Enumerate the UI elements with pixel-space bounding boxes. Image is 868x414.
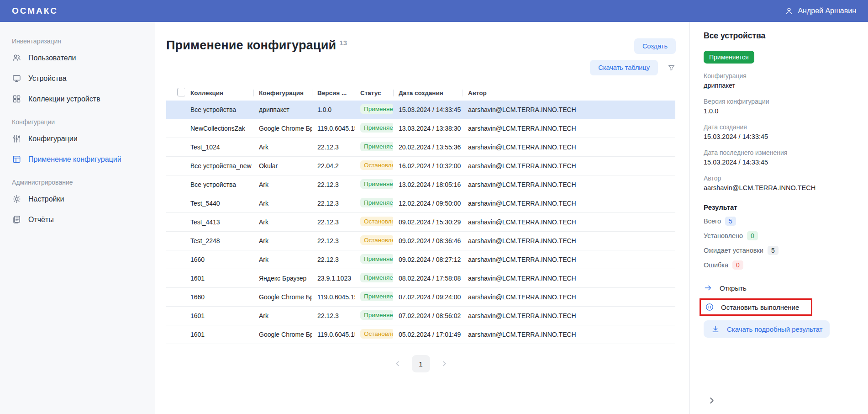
row-created: 07.02.2024 / 09:24:00 [393,293,463,301]
row-version: 119.0.6045.15 [312,293,355,301]
app-logo: ОСМАКС [12,6,58,16]
status-badge: Остановлено [360,329,393,339]
user-icon [784,6,794,16]
row-status-cell: Применяется [355,292,393,303]
arrow-right-icon [704,283,713,292]
field-value: aarshavin@LCM.TERRA.INNO.TECH [704,184,855,191]
row-version: 22.04.2 [312,162,355,170]
table-row[interactable]: Test_4413Ark22.12.3Остановлено09.02.2024… [166,213,675,232]
result-list: Всего5Установлено0Ожидает установки5Ошиб… [704,217,855,270]
row-status-cell: Применяется [355,310,393,322]
table-row[interactable]: 1601Яндекс Браузер23.9.1.1023Применяется… [166,269,675,288]
row-status-cell: Применяется [355,104,393,116]
row-status-cell: Применяется [355,198,393,209]
result-label: Всего [704,218,721,225]
table-row[interactable]: 1660Google Chrome Браузер119.0.6045.15Пр… [166,288,675,307]
row-configuration: Google Chrome Браузер [253,293,312,301]
details-field: Версия конфигурации1.0.0 [704,98,855,115]
field-value: дриппакет [704,82,855,89]
row-created: 16.02.2024 / 10:32:00 [393,162,463,170]
sidebar: ИнвентаризацияПользователиУстройстваКолл… [0,22,155,414]
download-table-button[interactable]: Скачать таблицу [590,60,658,75]
table-row[interactable]: Test_1024Ark22.12.3Применяется20.02.2024… [166,138,675,157]
row-status-cell: Применяется [355,254,393,265]
table-row[interactable]: 1601Google Chrome Браузер119.0.6045.15Ос… [166,325,675,344]
table-row[interactable]: 1601Ark22.12.3Применяется07.02.2024 / 08… [166,307,675,325]
page-title: Применение конфигураций13 [166,38,347,53]
result-value-chip: 0 [747,231,758,240]
grid-icon [12,94,21,104]
table-body: Все устройствадриппакет1.0.0Применяется1… [166,101,675,344]
users-icon [12,53,21,63]
row-configuration: Яндекс Браузер [253,275,312,282]
status-badge: Применяется [360,273,393,283]
table-row[interactable]: Test_2248Ark22.12.3Остановлено09.02.2024… [166,232,675,250]
status-badge: Применяется [360,254,393,264]
sidebar-section-label: Администрирование [0,179,155,186]
row-author: aarshavin@LCM.TERRA.INNO.TECH [463,293,593,301]
next-page-icon[interactable] [440,360,448,368]
row-author: aarshavin@LCM.TERRA.INNO.TECH [463,312,593,319]
result-item: Всего5 [704,217,855,226]
sidebar-item-config-apply[interactable]: Применение конфигураций [0,149,155,170]
status-badge: Остановлено [360,235,393,245]
table-row[interactable]: Test_5440Ark22.12.3Применяется12.02.2024… [166,194,675,213]
sidebar-item-label: Коллекции устройств [28,95,100,103]
sidebar-item-device-collections[interactable]: Коллекции устройств [0,89,155,109]
collapse-panel-icon[interactable] [707,396,716,405]
sidebar-item-settings[interactable]: Настройки [0,189,155,209]
select-all-checkbox[interactable] [177,88,185,96]
row-collection: Все устройства_new [185,162,253,170]
row-version: 22.12.3 [312,237,355,244]
column-header-version[interactable]: Версия ... [312,90,355,96]
prev-page-icon[interactable] [394,360,402,368]
row-author: aarshavin@LCM.TERRA.INNO.TECH [463,106,593,113]
filter-icon[interactable] [667,64,676,72]
details-field: Авторaarshavin@LCM.TERRA.INNO.TECH [704,175,855,191]
status-badge: Применяется [704,51,754,64]
sidebar-item-reports[interactable]: Отчёты [0,209,155,230]
table-row[interactable]: 1660Ark22.12.3Применяется09.02.2024 / 08… [166,250,675,269]
row-created: 09.02.2024 / 08:36:46 [393,237,463,244]
row-collection: Все устройства [185,181,253,188]
create-button[interactable]: Создать [634,38,676,54]
row-configuration: Ark [253,256,312,263]
column-header-collection[interactable]: Коллекция [185,90,253,96]
table-row[interactable]: NewCollectionsZakGoogle Chrome Браузер11… [166,119,675,138]
sidebar-item-devices[interactable]: Устройства [0,68,155,89]
row-configuration: Ark [253,218,312,226]
row-collection: 1601 [185,331,253,338]
row-author: aarshavin@LCM.TERRA.INNO.TECH [463,143,593,151]
row-version: 22.12.3 [312,181,355,188]
column-header-created[interactable]: Дата создания [393,90,463,96]
action-open[interactable]: Открыть [704,283,747,292]
sliders-icon [12,134,21,143]
action-download-detailed-result[interactable]: Скачать подробный результат [704,320,830,338]
sidebar-item-label: Устройства [28,74,67,83]
field-label: Дата последнего изменения [704,149,855,156]
action-stop-execution[interactable]: Остановить выполнение [700,298,812,316]
sidebar-item-users[interactable]: Пользователи [0,48,155,68]
page-number[interactable]: 1 [412,355,430,372]
column-header-configuration[interactable]: Конфигурация [253,90,312,96]
table-row[interactable]: Все устройствадриппакет1.0.0Применяется1… [166,101,675,119]
row-collection: Test_4413 [185,218,253,226]
result-item: Ожидает установки5 [704,246,855,255]
table-row[interactable]: Все устройства_newOkular22.04.2Остановле… [166,157,675,175]
column-header-status[interactable]: Статус [355,90,393,96]
layout-icon [12,154,21,164]
column-header-author[interactable]: Автор [463,90,593,96]
table-row[interactable]: Все устройстваArk22.12.3Применяется13.02… [166,175,675,194]
user-menu[interactable]: Андрей Аршавин [784,6,856,16]
row-status-cell: Остановлено [355,329,393,340]
status-badge: Применяется [360,104,393,114]
sidebar-item-configurations[interactable]: Конфигурации [0,128,155,149]
topbar: ОСМАКС Андрей Аршавин [0,0,868,22]
row-status-cell: Применяется [355,142,393,153]
row-author: aarshavin@LCM.TERRA.INNO.TECH [463,275,593,282]
sidebar-item-label: Конфигурации [28,135,78,143]
row-collection: 1601 [185,312,253,319]
field-label: Дата создания [704,123,855,131]
details-field: Дата создания15.03.2024 / 14:33:45 [704,123,855,140]
row-version: 119.0.6045.15 [312,125,355,132]
